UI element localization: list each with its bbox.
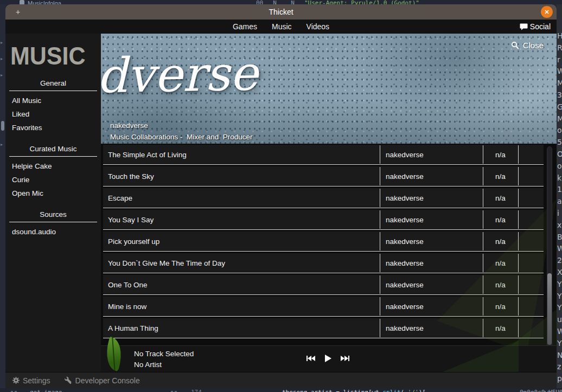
settings-button[interactable]: Settings — [12, 376, 50, 385]
artist-hero-banner: dverse Close nakedverse Music Collaborat… — [101, 34, 557, 144]
track-row[interactable]: The Simple Act of Living nakedverse n/a — [103, 145, 544, 165]
sidebar-item[interactable]: Open Mic — [5, 187, 101, 200]
track-list: The Simple Act of Living nakedverse n/a … — [103, 145, 544, 340]
column-divider — [518, 145, 519, 164]
column-divider — [483, 319, 483, 337]
nav-item[interactable]: Music — [272, 22, 292, 31]
panel-divider — [171, 389, 178, 392]
track-row[interactable]: You Don`t Give Me The Time of Day nakedv… — [103, 253, 544, 273]
play-button[interactable] — [324, 355, 331, 362]
column-divider — [380, 232, 380, 250]
track-artist: nakedverse — [380, 172, 483, 181]
column-divider — [483, 210, 483, 229]
column-divider — [483, 275, 483, 294]
track-title: You Say I Say — [103, 216, 380, 224]
main-panel: dverse Close nakedverse Music Collaborat… — [101, 34, 557, 372]
track-row[interactable]: One To One nakedverse n/a — [103, 275, 544, 295]
track-duration: n/a — [483, 216, 518, 224]
column-divider — [518, 297, 519, 316]
clipped-letter: Y — [557, 302, 562, 314]
scrollbar-thumb[interactable] — [547, 273, 552, 345]
social-button[interactable]: Social — [520, 20, 551, 34]
background-code-line-bottom: thesong.artist = listing[wt.split( '/')[ — [282, 389, 426, 392]
previous-track-button[interactable] — [306, 355, 315, 362]
sidebar-section-heading: Curated Music — [5, 145, 101, 153]
background-code-string: "User-Agent: Pyrule/1.0 (Godot)" — [304, 0, 419, 4]
background-tab-label: MusicInfolqa — [28, 0, 61, 4]
artist-subtitle: Music Collaborations - Mixer and Produce… — [110, 133, 253, 141]
clipped-letter: Y — [557, 291, 562, 303]
clipped-letter: x — [557, 220, 562, 232]
window-title: Thicket — [5, 4, 557, 20]
sidebar-section: Sources dsound.audio — [5, 210, 101, 239]
next-track-button[interactable] — [341, 355, 350, 362]
sidebar-item[interactable]: Curie — [5, 173, 101, 187]
clipped-letter: i — [557, 208, 562, 220]
next-icon — [341, 355, 350, 362]
track-row[interactable]: Pick yourself up nakedverse n/a — [103, 232, 544, 252]
file-icon — [11, 389, 18, 392]
clipped-letter: r — [557, 54, 562, 66]
now-playing-title: No Track Selected — [134, 350, 194, 358]
sidebar-section: General All MusicLikedFavorites — [5, 79, 101, 134]
clipped-letter: O — [557, 149, 562, 160]
track-row[interactable]: Escape nakedverse n/a — [103, 188, 544, 208]
column-divider — [483, 189, 483, 207]
track-duration: n/a — [483, 194, 518, 202]
clipped-letter: W — [557, 66, 562, 78]
column-divider — [483, 145, 483, 164]
column-divider — [380, 167, 380, 185]
track-artist: nakedverse — [380, 281, 483, 289]
track-artist: nakedverse — [380, 151, 483, 159]
settings-label: Settings — [23, 376, 50, 385]
track-title: Pick yourself up — [103, 237, 380, 246]
nav-item[interactable]: Videos — [306, 22, 330, 31]
column-divider — [518, 167, 519, 185]
nav-item[interactable]: Games — [233, 22, 257, 31]
background-code-misc: 00 — [256, 0, 263, 4]
wrench-icon — [65, 376, 73, 384]
footer-bar: Settings Developer Console — [5, 372, 557, 388]
column-divider — [483, 254, 483, 272]
column-divider — [380, 254, 380, 272]
clipped-letter: H — [557, 30, 562, 42]
tracklist-scrollbar[interactable] — [547, 146, 552, 347]
track-title: A Human Thing — [103, 324, 380, 332]
sidebar-item[interactable]: Helpie Cake — [5, 159, 101, 173]
track-duration: n/a — [483, 237, 518, 246]
clipped-letter: 1 — [557, 184, 562, 196]
titlebar[interactable]: + Thicket ✕ — [5, 4, 557, 20]
column-divider — [518, 254, 519, 272]
sidebar-item[interactable]: dsound.audio — [5, 225, 101, 239]
window-close-button[interactable]: ✕ — [541, 6, 553, 18]
clipped-letter: X — [557, 267, 562, 279]
background-clipped-text-column: HRrWM3GMo5Ook1aixBW2XYYYuWYNzp — [557, 30, 562, 385]
add-tab-button[interactable]: + — [16, 8, 20, 16]
clipped-letter: Y — [557, 338, 562, 350]
clipped-letter: z — [557, 361, 562, 373]
track-title: Touch the Sky — [103, 172, 380, 181]
sidebar-item[interactable]: Favorites — [5, 121, 101, 134]
track-row[interactable]: Mine is now nakedverse n/a — [103, 297, 544, 317]
clipped-letter: Y — [557, 279, 562, 291]
track-artist: nakedverse — [380, 237, 483, 246]
track-row[interactable]: A Human Thing nakedverse n/a — [103, 318, 544, 338]
developer-console-button[interactable]: Developer Console — [65, 376, 140, 385]
playback-controls — [306, 355, 350, 362]
clipped-letter: 5 — [557, 137, 562, 149]
clipped-letter: N — [557, 350, 562, 362]
artist-script-title: dverse — [101, 45, 258, 104]
track-row[interactable]: You Say I Say nakedverse n/a — [103, 210, 544, 230]
track-duration: n/a — [483, 259, 518, 267]
clipped-letter: o — [557, 125, 562, 137]
sidebar-item[interactable]: All Music — [5, 94, 101, 107]
track-row[interactable]: Touch the Sky nakedverse n/a — [103, 166, 544, 187]
track-duration: n/a — [483, 151, 518, 159]
top-navigation: GamesMusicVideos Social — [5, 20, 557, 34]
clipped-letter: u — [557, 314, 562, 326]
background-window-bottom-strip: get_image 174 thesong.artist = listing[w… — [0, 388, 562, 392]
close-artist-view-button[interactable]: Close — [511, 41, 544, 50]
sidebar-item[interactable]: Liked — [5, 107, 101, 121]
column-divider — [380, 319, 380, 337]
sidebar-section-heading: Sources — [5, 210, 101, 219]
